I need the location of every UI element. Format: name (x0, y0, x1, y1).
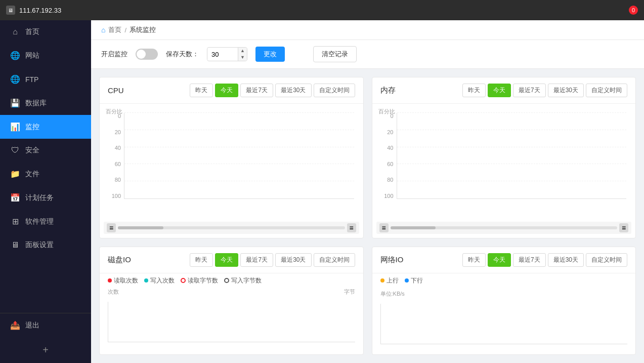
monitor-toggle[interactable] (136, 49, 158, 60)
breadcrumb-separator: / (124, 26, 126, 34)
disk-tab-7days[interactable]: 最近7天 (240, 253, 273, 267)
disk-tab-30days[interactable]: 最近30天 (275, 253, 311, 267)
mem-tab-7days[interactable]: 最近7天 (513, 84, 546, 97)
net-tab-today[interactable]: 今天 (488, 253, 511, 267)
cpu-tab-7days[interactable]: 最近7天 (240, 84, 273, 97)
cpu-tab-custom[interactable]: 自定义时间 (314, 84, 355, 97)
disk-chart-header: 磁盘IO 昨天 今天 最近7天 最近30天 自定义时间 (100, 247, 363, 273)
disk-chart-legend: 读取次数 写入次数 读取字节数 写入字节数 (100, 273, 363, 288)
sidebar-label-tasks: 计划任务 (25, 193, 54, 203)
monitor-nav-icon: 📊 (10, 122, 20, 132)
legend-download-label: 下行 (411, 276, 423, 285)
sidebar: ⌂ 首页 🌐 网站 🌐 FTP 💾 数据库 📊 监控 🛡 安全 📁 文件 📅 (0, 20, 91, 363)
legend-upload: 上行 (380, 276, 399, 285)
sidebar-item-monitor[interactable]: 📊 监控 (0, 115, 91, 139)
sidebar-label-home: 首页 (25, 27, 39, 36)
days-down-button[interactable]: ▼ (238, 54, 247, 61)
topbar: 🖥 111.67.192.33 0 (0, 0, 644, 20)
memory-chart-card: 内存 昨天 今天 最近7天 最近30天 自定义时间 百分比 100 80 (372, 77, 636, 238)
mem-tick-100: 100 (376, 193, 396, 199)
mem-scroll-right[interactable]: ≡ (619, 223, 628, 232)
cpu-chart-title: CPU (108, 86, 124, 95)
sidebar-item-files[interactable]: 📁 文件 (0, 162, 91, 186)
memory-chart-title: 内存 (380, 86, 396, 95)
days-input[interactable] (207, 49, 238, 60)
sidebar-label-security: 安全 (25, 146, 39, 155)
legend-download: 下行 (405, 276, 423, 285)
plus-icon: + (42, 344, 49, 356)
legend-upload-label: 上行 (387, 276, 399, 285)
mem-tab-custom[interactable]: 自定义时间 (586, 84, 627, 97)
charts-area: CPU 昨天 今天 最近7天 最近30天 自定义时间 百分比 100 8 (91, 69, 644, 363)
sidebar-label-files: 文件 (25, 170, 39, 179)
cpu-tab-30days[interactable]: 最近30天 (275, 84, 311, 97)
sidebar-item-home[interactable]: ⌂ 首页 (0, 20, 91, 44)
home-icon: ⌂ (10, 27, 20, 36)
memory-chart-header: 内存 昨天 今天 最近7天 最近30天 自定义时间 (372, 77, 636, 104)
mem-scroll-track (391, 226, 618, 229)
disk-tab-custom[interactable]: 自定义时间 (314, 253, 355, 267)
sidebar-item-logout[interactable]: 📤 退出 (0, 313, 91, 337)
mem-tick-40: 40 (376, 145, 396, 151)
disk-chart-body (100, 298, 363, 355)
net-tab-yesterday[interactable]: 昨天 (462, 253, 486, 267)
memory-time-tabs: 昨天 今天 最近7天 最近30天 自定义时间 (462, 84, 627, 97)
mem-tab-yesterday[interactable]: 昨天 (462, 84, 486, 97)
sidebar-label-ftp: FTP (25, 75, 38, 84)
mem-tick-60: 60 (376, 161, 396, 167)
cpu-y-ticks: 100 80 60 40 20 0 (104, 113, 123, 199)
sidebar-label-website: 网站 (25, 51, 39, 60)
tasks-icon: 📅 (10, 193, 20, 203)
cpu-scroll-thumb (118, 226, 163, 229)
cpu-scroll-right[interactable]: ≡ (347, 223, 356, 232)
disk-io-chart-card: 磁盘IO 昨天 今天 最近7天 最近30天 自定义时间 读取次数 (99, 247, 364, 355)
sidebar-item-website[interactable]: 🌐 网站 (0, 44, 91, 67)
legend-read-count: 读取次数 (108, 276, 138, 285)
legend-write-count: 写入次数 (144, 276, 175, 285)
disk-tab-today[interactable]: 今天 (215, 253, 238, 267)
mem-scroll-left[interactable]: ≡ (379, 223, 389, 232)
software-icon: ⊞ (10, 217, 20, 226)
breadcrumb-home-link[interactable]: 首页 (108, 25, 121, 34)
memory-chart-canvas (397, 113, 627, 199)
cpu-tab-yesterday[interactable]: 昨天 (190, 84, 213, 97)
cpu-tab-today[interactable]: 今天 (215, 84, 238, 97)
panel-icon: 🖥 (10, 240, 20, 250)
days-up-button[interactable]: ▲ (238, 48, 247, 54)
legend-write-bytes: 写入字节数 (224, 276, 262, 285)
legend-download-dot (405, 278, 409, 283)
sidebar-item-software[interactable]: ⊞ 软件管理 (0, 210, 91, 233)
monitor-toggle-label: 开启监控 (101, 50, 127, 59)
ftp-icon: 🌐 (10, 74, 20, 84)
update-button[interactable]: 更改 (255, 47, 285, 62)
network-chart-title: 网络IO (380, 255, 404, 265)
sidebar-add-button[interactable]: + (0, 337, 91, 363)
mem-tick-80: 80 (376, 177, 396, 183)
mem-tab-30days[interactable]: 最近30天 (548, 84, 584, 97)
mem-tab-today[interactable]: 今天 (488, 84, 511, 97)
sidebar-label-logout: 退出 (25, 321, 39, 330)
cpu-chart-inner: 百分比 100 80 60 40 20 0 (104, 108, 359, 209)
mem-scroll-thumb (391, 226, 436, 229)
sidebar-item-security[interactable]: 🛡 安全 (0, 139, 91, 162)
sidebar-item-tasks[interactable]: 📅 计划任务 (0, 186, 91, 210)
sidebar-label-panel: 面板设置 (25, 240, 54, 250)
cpu-scroll-left[interactable]: ≡ (107, 223, 116, 232)
cpu-tick-80: 80 (104, 177, 123, 183)
memory-chart-body: 百分比 100 80 60 40 20 0 (372, 104, 636, 220)
legend-write-count-dot (144, 278, 148, 283)
disk-tab-yesterday[interactable]: 昨天 (190, 253, 213, 267)
sidebar-item-ftp[interactable]: 🌐 FTP (0, 67, 91, 91)
cpu-chart-canvas (124, 113, 354, 199)
breadcrumb: ⌂ 首页 / 系统监控 (91, 20, 644, 40)
cpu-tick-0: 0 (104, 113, 123, 119)
net-tab-30days[interactable]: 最近30天 (548, 253, 584, 267)
sidebar-item-database[interactable]: 💾 数据库 (0, 91, 91, 115)
legend-upload-dot (380, 278, 384, 283)
net-tab-7days[interactable]: 最近7天 (513, 253, 546, 267)
cpu-tick-60: 60 (104, 161, 123, 167)
net-tab-custom[interactable]: 自定义时间 (586, 253, 627, 267)
cpu-scroll-track (118, 226, 345, 229)
clear-button[interactable]: 清空记录 (313, 46, 357, 62)
sidebar-item-panel[interactable]: 🖥 面板设置 (0, 233, 91, 257)
